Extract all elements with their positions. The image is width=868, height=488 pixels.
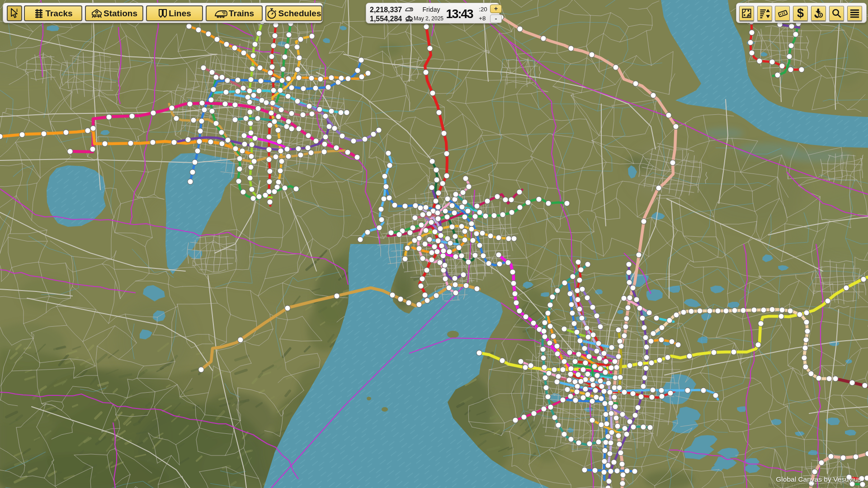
svg-text:i: i <box>16 8 18 13</box>
